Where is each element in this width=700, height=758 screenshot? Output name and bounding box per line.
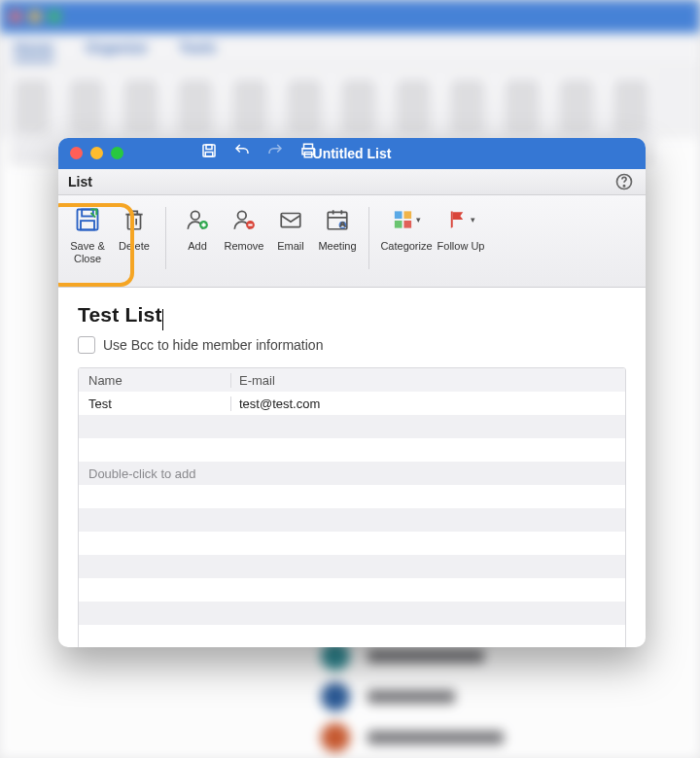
table-row[interactable] [79, 578, 625, 602]
remove-button[interactable]: Remove [221, 203, 267, 253]
email-label: Email [277, 240, 304, 253]
tab-list[interactable]: List [68, 174, 92, 190]
svg-rect-10 [81, 221, 94, 229]
list-name-field[interactable]: Test List [78, 303, 626, 336]
table-row[interactable] [79, 485, 625, 508]
svg-rect-20 [395, 211, 402, 219]
cell-name: Test [79, 396, 231, 411]
add-row[interactable]: Double-click to add [79, 462, 625, 485]
svg-point-12 [192, 211, 200, 220]
cell-email: test@test.com [231, 396, 625, 411]
svg-point-7 [623, 186, 624, 187]
svg-rect-21 [403, 211, 411, 219]
table-header: Name E-mail [79, 368, 625, 392]
table-row[interactable] [79, 508, 625, 532]
window-title: Untitled List [58, 146, 646, 161]
table-row[interactable] [79, 415, 625, 438]
bcc-checkbox-row[interactable]: Use Bcc to hide member information [78, 336, 626, 354]
save-close-label: Save & Close [64, 240, 111, 265]
table-row[interactable] [79, 625, 625, 647]
table-row[interactable]: Test test@test.com [79, 392, 625, 415]
titlebar: Untitled List [58, 138, 646, 169]
svg-rect-23 [403, 221, 411, 228]
delete-button[interactable]: Delete [111, 203, 158, 253]
add-placeholder: Double-click to add [79, 466, 625, 481]
svg-rect-22 [395, 221, 402, 228]
members-table: Name E-mail Test test@test.com Double-cl… [78, 367, 626, 647]
help-icon[interactable] [614, 172, 634, 191]
meeting-button[interactable]: Meeting [314, 203, 361, 253]
header-name: Name [79, 373, 231, 388]
ribbon: Save & Close Delete [58, 195, 646, 288]
delete-label: Delete [119, 240, 150, 253]
bcc-label: Use Bcc to hide member information [103, 337, 323, 353]
svg-rect-16 [281, 214, 300, 227]
table-row[interactable] [79, 555, 625, 578]
add-button[interactable]: Add [174, 203, 221, 253]
table-row[interactable] [79, 602, 625, 625]
categorize-label: Categorize [380, 240, 432, 253]
add-label: Add [188, 240, 207, 253]
follow-up-label: Follow Up [438, 240, 485, 253]
meeting-label: Meeting [318, 240, 356, 253]
checkbox-icon[interactable] [78, 336, 95, 354]
save-close-button[interactable]: Save & Close [64, 203, 111, 265]
email-button[interactable]: Email [267, 203, 314, 253]
table-row[interactable] [79, 532, 625, 555]
svg-point-14 [238, 211, 247, 220]
remove-label: Remove [225, 240, 264, 253]
follow-up-button[interactable]: ▾ Follow Up [436, 203, 486, 253]
list-editor-window: Untitled List List Save & Close [58, 138, 646, 647]
header-email: E-mail [231, 373, 625, 388]
list-name-value: Test List [78, 303, 162, 327]
categorize-button[interactable]: ▾ Categorize [377, 203, 436, 253]
table-row[interactable] [79, 438, 625, 462]
ribbon-tab-bar: List [58, 169, 646, 195]
svg-rect-11 [128, 215, 141, 229]
